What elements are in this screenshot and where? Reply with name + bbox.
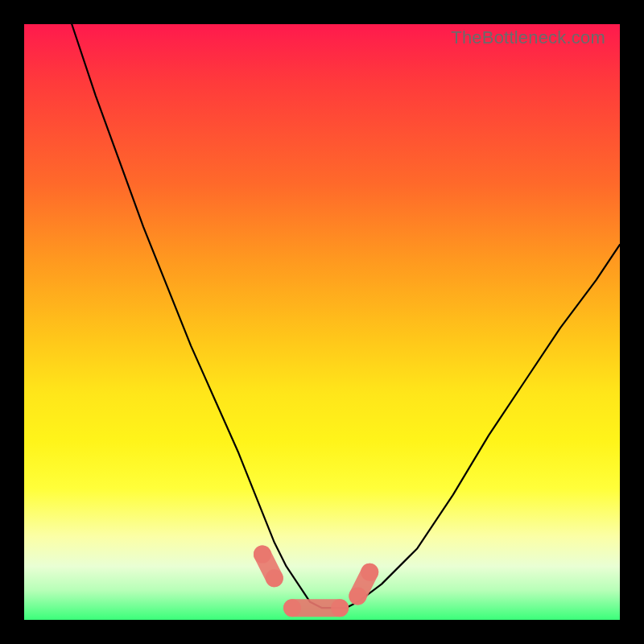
marker-left-upper bbox=[254, 546, 271, 564]
chart-frame: TheBottleneck.com bbox=[0, 0, 644, 644]
chart-svg bbox=[24, 24, 620, 620]
bottleneck-curve bbox=[72, 24, 620, 608]
flat-segment-end bbox=[331, 599, 349, 617]
scatter-group bbox=[254, 546, 378, 617]
flat-segment-start bbox=[283, 599, 301, 617]
plot-area: TheBottleneck.com bbox=[24, 24, 620, 620]
marker-right-upper bbox=[361, 564, 378, 581]
marker-left-lower bbox=[266, 569, 283, 587]
marker-right-elbow bbox=[349, 587, 366, 605]
